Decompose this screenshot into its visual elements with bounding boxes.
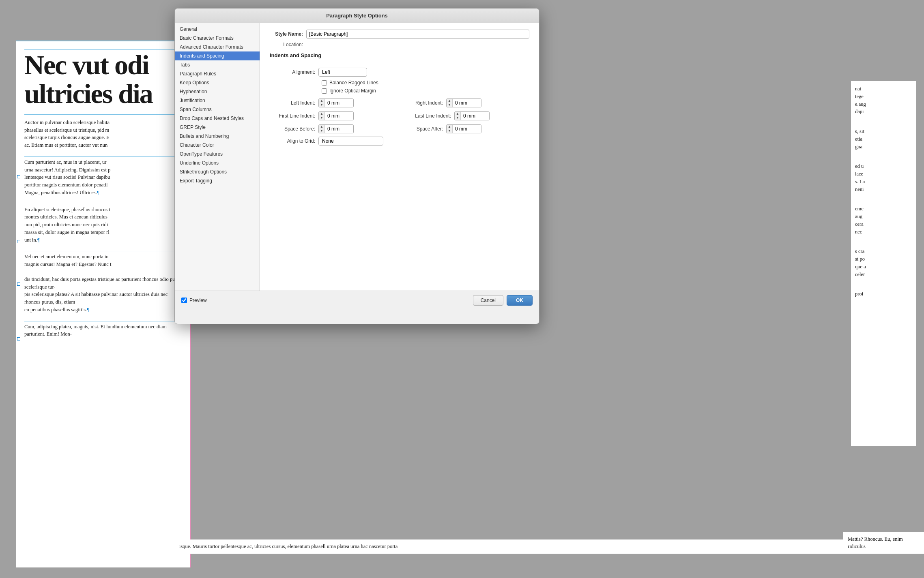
balance-ragged-checkbox[interactable] [322,80,327,86]
doc-body-5: Cum, adipiscing platea, magnis, nisi. Et… [24,323,183,338]
balance-ragged-row: Balance Ragged Lines [322,80,529,86]
space-after-up[interactable]: ▲ [447,125,452,129]
main-panel: Style Name: Location: Indents and Spacin… [260,23,539,291]
space-before-down[interactable]: ▼ [319,129,324,133]
style-name-label: Style Name: [270,31,306,37]
sidebar-item-advanced-character[interactable]: Advanced Character Formats [175,43,260,51]
style-name-row: Style Name: [270,30,529,39]
space-after-input[interactable] [453,125,481,133]
button-group: Cancel OK [473,295,533,306]
last-line-indent-up[interactable]: ▲ [455,112,460,116]
sidebar-item-paragraph-rules[interactable]: Paragraph Rules [175,69,260,78]
right-indent-spinner: ▲ ▼ [446,98,481,107]
sidebar-item-character-color[interactable]: Character Color [175,141,260,150]
location-row: Location: [270,42,529,47]
doc-bottom-merged: isque. Mauris tortor pellentesque ac, ul… [174,539,851,554]
doc-body-4b: dis tincidunt, hac duis porta egestas tr… [24,276,183,314]
section-title: Indents and Spacing [270,52,529,61]
preview-checkbox[interactable] [181,298,187,303]
sidebar-item-justification[interactable]: Justification [175,96,260,105]
sidebar-item-underline[interactable]: Underline Options [175,158,260,167]
align-to-grid-row: Align to Grid: None All Lines First Line… [270,137,529,146]
sidebar-item-opentype[interactable]: OpenType Features [175,150,260,158]
space-after-spinner: ▲ ▼ [446,124,481,133]
sidebar-item-drop-caps[interactable]: Drop Caps and Nested Styles [175,114,260,123]
sidebar-item-basic-character[interactable]: Basic Character Formats [175,34,260,43]
doc-body-1: Auctor in pulvinar odio scelerisque habi… [24,119,183,149]
doc-right-col: nattegee.augdapi s, sitetiagna ed ulaces… [851,81,916,446]
alignment-select[interactable]: Left Center Right Justify [318,68,367,77]
space-before-spinner: ▲ ▼ [318,124,354,133]
space-after-row: Space After: ▲ ▼ [402,124,529,133]
preview-row: Preview [181,298,207,303]
style-name-input[interactable] [306,30,529,39]
ignore-optical-label: Ignore Optical Margin [329,88,376,94]
doc-body-4: Vel nec et amet elementum, nunc porta in… [24,253,183,268]
right-indent-input[interactable] [453,99,481,107]
right-indent-arrows: ▲ ▼ [447,99,453,107]
last-line-indent-spinner: ▲ ▼ [454,111,490,120]
location-label: Location: [270,42,306,47]
first-line-indent-label: First Line Indent: [270,113,318,119]
doc-bottom-right: Mattis? Rhoncus. Eu, enim ridiculus [843,532,924,554]
right-indent-up[interactable]: ▲ [447,99,452,103]
space-before-row: Space Before: ▲ ▼ [270,124,398,133]
dialog-title: Paragraph Style Options [326,13,388,19]
left-indent-input[interactable] [325,99,353,107]
last-line-indent-input[interactable] [461,112,489,120]
align-to-grid-label: Align to Grid: [270,138,318,144]
last-line-indent-arrows: ▲ ▼ [455,112,461,120]
space-before-label: Space Before: [270,126,318,132]
doc-left-col: Nec vut odiultricies dia Auctor in pulvi… [16,41,191,567]
last-line-indent-label: Last Line Indent: [402,113,454,119]
balance-ragged-label: Balance Ragged Lines [329,80,378,86]
ok-button[interactable]: OK [507,295,533,306]
first-line-indent-row: First Line Indent: ▲ ▼ [270,111,398,120]
right-indent-down[interactable]: ▼ [447,103,452,107]
alignment-label: Alignment: [270,69,318,75]
left-indent-row: Left Indent: ▲ ▼ [270,98,398,107]
ignore-optical-checkbox[interactable] [322,88,327,94]
doc-body-2: Cum parturient ac, mus in ut placerat, u… [24,158,183,197]
sidebar-item-strikethrough[interactable]: Strikethrough Options [175,167,260,176]
sidebar: General Basic Character Formats Advanced… [175,23,260,291]
first-line-indent-down[interactable]: ▼ [319,116,324,120]
space-before-arrows: ▲ ▼ [319,125,325,133]
sidebar-item-export-tagging[interactable]: Export Tagging [175,176,260,185]
sidebar-item-bullets[interactable]: Bullets and Numbering [175,132,260,141]
space-after-label: Space After: [402,126,446,132]
last-line-indent-row: Last Line Indent: ▲ ▼ [402,111,529,120]
last-line-indent-down[interactable]: ▼ [455,116,460,120]
sidebar-item-hyphenation[interactable]: Hyphenation [175,87,260,96]
sidebar-item-general[interactable]: General [175,25,260,34]
indent-grid: Left Indent: ▲ ▼ Right Indent: ▲ [270,98,529,133]
preview-label: Preview [189,298,207,303]
left-indent-up[interactable]: ▲ [319,99,324,103]
cancel-button[interactable]: Cancel [473,295,503,306]
first-line-indent-spinner: ▲ ▼ [318,111,354,120]
doc-body-3: Eu aliquet scelerisque, phasellus rhoncu… [24,206,183,244]
dialog-titlebar: Paragraph Style Options [175,9,539,23]
dialog-bottom: Preview Cancel OK [175,291,539,310]
sidebar-item-keep-options[interactable]: Keep Options [175,78,260,87]
align-to-grid-select[interactable]: None All Lines First Line Only [318,137,383,146]
sidebar-item-span-columns[interactable]: Span Columns [175,105,260,114]
first-line-indent-input[interactable] [325,112,353,120]
left-indent-label: Left Indent: [270,100,318,106]
sidebar-item-grep-style[interactable]: GREP Style [175,123,260,132]
left-indent-arrows: ▲ ▼ [319,99,325,107]
space-before-up[interactable]: ▲ [319,125,324,129]
left-indent-spinner: ▲ ▼ [318,98,354,107]
sidebar-item-tabs[interactable]: Tabs [175,60,260,69]
space-after-down[interactable]: ▼ [447,129,452,133]
paragraph-style-dialog: Paragraph Style Options General Basic Ch… [174,8,539,324]
left-indent-down[interactable]: ▼ [319,103,324,107]
sidebar-item-indents-spacing[interactable]: Indents and Spacing [175,51,260,60]
space-after-arrows: ▲ ▼ [447,125,453,133]
align-to-grid-select-wrapper: None All Lines First Line Only [318,137,383,146]
doc-heading: Nec vut odiultricies dia [24,51,183,109]
first-line-indent-up[interactable]: ▲ [319,112,324,116]
space-before-input[interactable] [325,125,353,133]
alignment-row: Alignment: Left Center Right Justify [270,68,529,77]
right-indent-row: Right Indent: ▲ ▼ [402,98,529,107]
